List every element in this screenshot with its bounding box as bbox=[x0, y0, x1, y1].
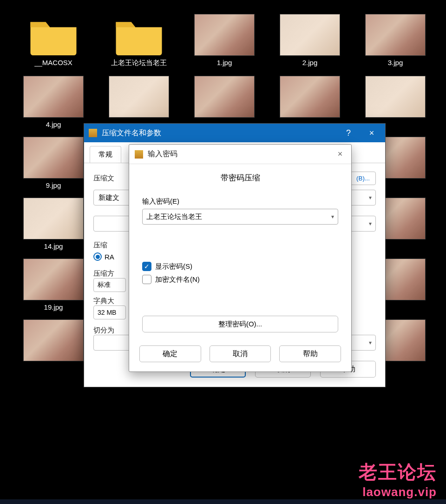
image-thumbnail bbox=[23, 259, 84, 300]
image-file-item[interactable] bbox=[356, 76, 435, 128]
image-thumbnail bbox=[365, 76, 426, 118]
image-thumbnail bbox=[280, 76, 340, 118]
image-file-item[interactable] bbox=[14, 319, 93, 364]
image-thumbnail bbox=[365, 14, 426, 56]
image-thumbnail bbox=[194, 14, 255, 56]
image-thumbnail bbox=[23, 76, 84, 118]
image-thumbnail bbox=[280, 14, 340, 56]
help-button[interactable]: ? bbox=[337, 124, 360, 142]
close-button[interactable]: × bbox=[360, 124, 383, 142]
password-dialog: 输入密码 × 带密码压缩 输入密码(E) 上老王论坛当老王 ▾ ✓ 显示密码(S… bbox=[129, 144, 352, 372]
show-password-checkbox[interactable]: ✓ 显示密码(S) bbox=[142, 262, 338, 271]
image-thumbnail bbox=[194, 76, 255, 118]
file-label: 9.jpg bbox=[46, 181, 61, 189]
image-thumbnail bbox=[23, 319, 84, 361]
image-file-item[interactable] bbox=[270, 76, 349, 128]
encrypt-names-checkbox[interactable]: 加密文件名(N) bbox=[142, 275, 338, 284]
image-thumbnail bbox=[23, 198, 84, 239]
password-input[interactable]: 上老王论坛当老王 ▾ bbox=[142, 209, 338, 225]
help-button[interactable]: 帮助 bbox=[279, 345, 341, 362]
password-dialog-body: 带密码压缩 输入密码(E) 上老王论坛当老王 ▾ ✓ 显示密码(S) 加密文件名… bbox=[129, 164, 351, 339]
image-file-item[interactable] bbox=[185, 76, 264, 128]
file-label: 14.jpg bbox=[44, 242, 63, 250]
winrar-icon bbox=[135, 150, 143, 159]
chevron-down-icon: ▾ bbox=[331, 213, 334, 220]
file-label: 3.jpg bbox=[388, 59, 403, 66]
archive-dialog-titlebar[interactable]: 压缩文件名和参数 ? × bbox=[84, 124, 385, 142]
password-dialog-title: 输入密码 bbox=[148, 149, 333, 159]
chevron-down-icon: ▾ bbox=[369, 194, 372, 201]
watermark-line2: laowang.vip bbox=[359, 485, 437, 499]
show-password-label: 显示密码(S) bbox=[155, 262, 192, 271]
browse-button[interactable]: (B)... bbox=[350, 172, 376, 185]
close-button[interactable]: × bbox=[333, 147, 348, 162]
cancel-button[interactable]: 取消 bbox=[210, 345, 271, 362]
image-file-item[interactable] bbox=[99, 76, 178, 128]
archive-dialog-title: 压缩文件名和参数 bbox=[102, 128, 337, 138]
password-field-label: 输入密码(E) bbox=[142, 197, 338, 206]
image-file-item[interactable]: 3.jpg bbox=[356, 14, 435, 67]
method-select[interactable]: 标准 bbox=[93, 278, 126, 292]
radio-rar-label: RA bbox=[105, 253, 114, 261]
chevron-down-icon: ▾ bbox=[369, 220, 372, 227]
archive-name-value: 新建文 bbox=[98, 193, 119, 202]
encrypt-names-label: 加密文件名(N) bbox=[155, 275, 200, 284]
dict-value: 32 MB bbox=[98, 309, 116, 316]
image-thumbnail bbox=[109, 76, 169, 118]
image-file-item[interactable]: 14.jpg bbox=[14, 198, 93, 250]
file-label: 上老王论坛当老王 bbox=[111, 59, 167, 67]
image-file-item[interactable]: 4.jpg bbox=[14, 76, 93, 128]
browse-label-suffix: (B)... bbox=[356, 175, 370, 182]
tab-general[interactable]: 常规 bbox=[90, 146, 121, 163]
password-dialog-buttons: 确定 取消 帮助 bbox=[129, 339, 351, 371]
checkbox-icon: ✓ bbox=[142, 262, 151, 271]
folder-item[interactable]: 上老王论坛当老王 bbox=[99, 14, 178, 67]
file-label: 19.jpg bbox=[44, 303, 63, 311]
image-file-item[interactable]: 2.jpg bbox=[270, 14, 349, 67]
image-thumbnail bbox=[23, 137, 84, 179]
password-value: 上老王论坛当老王 bbox=[146, 212, 331, 221]
file-label: 2.jpg bbox=[302, 59, 318, 66]
image-file-item[interactable]: 19.jpg bbox=[14, 259, 93, 311]
folder-item[interactable]: __MACOSX bbox=[14, 14, 93, 67]
winrar-icon bbox=[89, 129, 97, 137]
password-heading: 带密码压缩 bbox=[142, 172, 338, 183]
method-value: 标准 bbox=[98, 281, 111, 289]
manage-passwords-button[interactable]: 整理密码(O)... bbox=[142, 316, 338, 332]
dict-select[interactable]: 32 MB bbox=[93, 305, 126, 319]
file-label: 4.jpg bbox=[46, 120, 61, 128]
archive-name-label: 压缩文 bbox=[93, 174, 114, 183]
image-file-item[interactable]: 9.jpg bbox=[14, 137, 93, 189]
chevron-down-icon: ▾ bbox=[369, 339, 372, 346]
watermark-line1: 老王论坛 bbox=[359, 459, 437, 485]
file-label: 1.jpg bbox=[217, 59, 232, 66]
radio-icon bbox=[93, 252, 102, 261]
checkbox-icon bbox=[142, 275, 151, 284]
password-dialog-titlebar[interactable]: 输入密码 × bbox=[129, 145, 351, 164]
ok-button[interactable]: 确定 bbox=[139, 345, 201, 362]
watermark: 老王论坛 laowang.vip bbox=[359, 459, 437, 499]
file-label: __MACOSX bbox=[34, 59, 72, 66]
taskbar bbox=[0, 499, 446, 504]
image-file-item[interactable]: 1.jpg bbox=[185, 14, 264, 67]
